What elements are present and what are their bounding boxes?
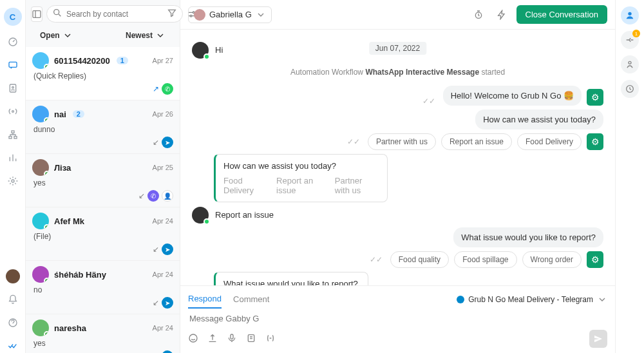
svg-point-11 <box>54 10 59 15</box>
rail-icon[interactable]: 1 <box>621 31 639 49</box>
contact-avatar <box>192 207 209 224</box>
conversation-item[interactable]: nai2Apr 26dunno↙➤ <box>26 100 180 154</box>
contact-shortcut[interactable] <box>621 6 639 24</box>
panel-collapse-icon[interactable] <box>31 6 43 22</box>
message-row: Hi Jun 07, 2022 <box>192 41 603 59</box>
search-field[interactable] <box>46 5 183 23</box>
contact-avatar <box>32 159 49 176</box>
search-input[interactable] <box>66 10 163 19</box>
settings-icon[interactable] <box>6 174 20 188</box>
emoji-icon[interactable] <box>188 333 198 345</box>
chat-scroll[interactable]: Hi Jun 07, 2022 Automation Workflow What… <box>180 30 615 285</box>
left-rail: C <box>0 0 26 353</box>
svg-rect-16 <box>231 334 233 339</box>
quick-reply-row: ✓✓ Food quality Food spillage Wrong orde… <box>192 251 603 268</box>
contact-avatar <box>194 9 205 21</box>
interactive-option: Partner with us <box>335 176 379 195</box>
conversation-preview: yes <box>32 178 173 187</box>
chat-header: Gabriella G Close Conversation <box>180 0 615 30</box>
timer-icon[interactable] <box>470 6 487 23</box>
chevron-down-icon <box>155 30 166 41</box>
system-message: Automation Workflow WhatsApp Interactive… <box>192 68 603 77</box>
svg-rect-7 <box>14 137 17 138</box>
conversation-preview: (Quick Replies) <box>32 72 173 81</box>
dashboard-icon[interactable] <box>6 35 20 49</box>
interactive-message: What issue would you like to report? Wro… <box>214 272 368 285</box>
svg-point-15 <box>189 334 197 342</box>
reports-icon[interactable] <box>6 151 20 165</box>
quick-reply-chip[interactable]: Food Delivery <box>517 133 582 150</box>
quick-reply-chip[interactable]: Wrong order <box>522 251 582 268</box>
notifications-icon[interactable] <box>6 292 20 307</box>
snippets-icon[interactable] <box>246 333 256 345</box>
contact-avatar <box>32 320 49 336</box>
contact-avatar <box>32 213 49 229</box>
send-button[interactable] <box>589 330 607 348</box>
message-bubble: Report an issue <box>214 206 275 224</box>
contact-name: Ліза <box>54 163 71 173</box>
rail-icon[interactable] <box>621 80 639 98</box>
contact-selector[interactable]: Gabriella G <box>188 6 272 23</box>
attachment-icon[interactable] <box>207 333 218 345</box>
svg-rect-1 <box>9 62 17 67</box>
tab-respond[interactable]: Respond <box>188 290 222 309</box>
microphone-icon[interactable] <box>227 333 237 345</box>
arrow-out-icon: ↗ <box>153 84 159 93</box>
checks-icon[interactable] <box>6 339 20 353</box>
workflow-icon[interactable] <box>6 128 20 142</box>
telegram-icon: ➤ <box>162 350 173 353</box>
workspace-avatar[interactable]: C <box>4 8 22 26</box>
quick-reply-chip[interactable]: Food quality <box>390 251 449 268</box>
conversation-list[interactable]: 6011544202001Apr 27(Quick Replies)↗✆nai2… <box>26 47 180 353</box>
filter-icon[interactable] <box>167 8 177 20</box>
message-row: What issue would you like to report? Wro… <box>192 272 603 285</box>
channel-selector[interactable]: Grub N Go Meal Delivery - Telegram <box>457 294 607 305</box>
conversation-item[interactable]: ЛізаApr 25yes↙✆👤 <box>26 154 180 207</box>
sort-filter[interactable]: Newest <box>126 30 166 41</box>
help-icon[interactable] <box>6 316 20 330</box>
contact-avatar <box>32 106 49 122</box>
quick-reply-chip[interactable]: Food spillage <box>454 251 516 268</box>
close-conversation-button[interactable]: Close Conversation <box>516 5 607 24</box>
tab-comment[interactable]: Comment <box>233 291 269 308</box>
arrow-in-icon: ↙ <box>153 298 159 307</box>
conversation-item[interactable]: śhéháb HänyApr 24no↙➤ <box>26 261 180 314</box>
status-filter[interactable]: Open <box>40 30 73 41</box>
conversation-item[interactable]: nareshaApr 24yes↙➤ <box>26 314 180 353</box>
messages-icon[interactable] <box>6 58 20 72</box>
svg-rect-10 <box>33 10 41 17</box>
conversation-item[interactable]: 6011544202001Apr 27(Quick Replies)↗✆ <box>26 47 180 100</box>
conversation-date: Apr 26 <box>153 110 173 118</box>
chevron-down-icon <box>62 30 73 41</box>
conversation-date: Apr 25 <box>153 164 173 171</box>
unread-badge: 2 <box>73 110 84 118</box>
search-icon <box>52 8 62 20</box>
interactive-option: Food Delivery <box>223 176 265 195</box>
right-rail: 1 <box>616 0 644 353</box>
chat-panel: Gabriella G Close Conversation Hi Jun 07… <box>180 0 616 353</box>
rail-icon[interactable] <box>621 55 639 73</box>
contacts-icon[interactable] <box>6 81 20 95</box>
conversation-date: Apr 24 <box>153 271 173 278</box>
conversation-item[interactable]: Afef MkApr 24(File)↙➤ <box>26 207 180 261</box>
message-row: What issue would you like to report? <box>192 227 603 247</box>
message-input[interactable] <box>188 309 607 329</box>
message-bubble: What issue would you like to report? <box>453 227 603 247</box>
svg-point-8 <box>12 180 14 182</box>
broadcast-icon[interactable] <box>6 104 20 119</box>
agent-avatar[interactable] <box>6 269 20 283</box>
inbox-panel: Open Newest 6011544202001Apr 27(Quick Re… <box>26 0 180 353</box>
quick-reply-row: ✓✓ Partner with us Report an issue Food … <box>192 133 603 150</box>
chevron-down-icon <box>256 10 266 20</box>
variable-icon[interactable] <box>265 333 276 345</box>
bolt-icon[interactable] <box>493 6 510 23</box>
quick-reply-chip[interactable]: Partner with us <box>368 133 436 150</box>
read-ticks-icon: ✓✓ <box>370 255 383 264</box>
message-row: ✓✓ Hello! Welcome to Grub N Go 🍔 ⚙ <box>192 86 603 106</box>
telegram-icon: ➤ <box>162 297 173 309</box>
bot-avatar: ⚙ <box>587 89 603 106</box>
quick-reply-chip[interactable]: Report an issue <box>441 133 512 150</box>
conversation-date: Apr 24 <box>153 217 173 225</box>
notification-badge: 1 <box>632 30 640 37</box>
interactive-question: What issue would you like to report? <box>223 279 360 285</box>
